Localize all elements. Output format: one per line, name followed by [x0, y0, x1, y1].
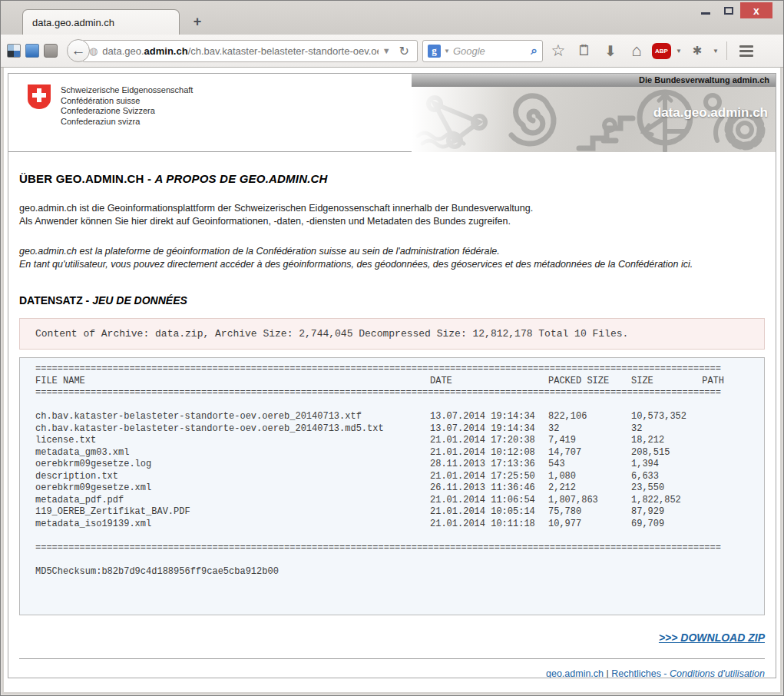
about-paragraph-de: geo.admin.ch ist die Geoinformationsplat… [19, 202, 765, 228]
bookmark-star-icon[interactable]: ☆ [547, 41, 569, 60]
footer-links: geo.admin.ch | Rechtliches - Conditions … [19, 668, 765, 678]
banner-fade [412, 87, 511, 152]
file-row: license.txt21.01.2014 17:20:387,41918,21… [35, 435, 724, 447]
file-row: metadata_gm03.xml21.01.2014 10:12:0814,7… [35, 447, 724, 459]
downloads-icon[interactable]: ⬇ [600, 42, 621, 60]
page-content: ÜBER GEO.ADMIN.CH - A PROPOS DE GEO.ADMI… [8, 172, 776, 678]
adblock-dropdown-icon[interactable]: ▼ [676, 48, 682, 55]
url-text[interactable]: data.geo.admin.ch/ch.bav.kataster-belast… [102, 45, 378, 57]
header-banner: Die Bundesverwaltung admin.ch [412, 74, 776, 152]
app-shortcut-icon-3[interactable] [44, 44, 58, 58]
extension-dropdown-icon[interactable]: ▼ [713, 48, 719, 55]
search-engine-dropdown-icon[interactable]: ▼ [444, 48, 450, 55]
bundesverwaltung-bar[interactable]: Die Bundesverwaltung admin.ch [412, 74, 776, 87]
download-zip-link[interactable]: >>> DOWNLOAD ZIP [659, 631, 765, 644]
file-rows: ch.bav.kataster-belasteter-standorte-oev… [35, 411, 749, 530]
rechtliches-link[interactable]: Rechtliches [611, 668, 661, 678]
toolbar-divider [726, 41, 727, 60]
reload-icon[interactable]: ↻ [395, 44, 414, 58]
app-shortcut-icon-2[interactable] [25, 44, 39, 58]
bookmarks-menu-icon[interactable]: 🗒 [574, 42, 595, 59]
menu-icon[interactable] [735, 45, 758, 57]
separator-line: ========================================… [35, 363, 726, 376]
banner-collage-image: data.geo.admin.ch [412, 87, 776, 152]
confederation-logo: Schweizerische Eidgenossenschaft Confédé… [27, 84, 193, 127]
bug-extension-icon[interactable]: ✱ [686, 44, 708, 58]
dataset-heading: DATENSATZ - JEU DE DONNÉES [19, 294, 765, 307]
file-row: 119_OEREB_Zertifikat_BAV.PDF21.01.2014 1… [35, 506, 724, 519]
titlebar: data.geo.admin.ch + x [1, 1, 783, 35]
banner-site-title: data.geo.admin.ch [653, 105, 768, 121]
about-heading: ÜBER GEO.ADMIN.CH - A PROPOS DE GEO.ADMI… [19, 172, 765, 185]
archive-summary-box: Content of Archive: data.zip, Archive Si… [19, 318, 765, 350]
navigation-toolbar: ← ◍ data.geo.admin.ch/ch.bav.kataster-be… [1, 35, 783, 68]
maximize-button[interactable] [717, 2, 740, 18]
file-row: ch.bav.kataster-belasteter-standorte-oev… [35, 423, 724, 436]
search-box[interactable]: g ▼ ⌕ [422, 40, 543, 62]
file-row: metadata_pdf.pdf21.01.2014 11:06:541,807… [35, 495, 724, 507]
separator-line: ========================================… [35, 542, 726, 555]
md5-checksum: MD5Checksum:b82b7d9c4d188956ff9cae5cba91… [35, 566, 726, 578]
site-header: Schweizerische Eidgenossenschaft Confédé… [8, 74, 776, 152]
separator-line: ========================================… [35, 387, 726, 399]
url-bar[interactable]: ◍ data.geo.admin.ch/ch.bav.kataster-bela… [82, 40, 418, 62]
search-engine-icon[interactable]: g [428, 45, 441, 58]
search-icon[interactable]: ⌕ [531, 44, 538, 58]
file-row: oerebkrm09gesetze.xml26.11.2013 11:36:46… [35, 482, 724, 495]
geoadmin-link[interactable]: geo.admin.ch [546, 668, 604, 678]
swiss-shield-icon [27, 84, 51, 110]
back-button[interactable]: ← [67, 39, 90, 62]
window-controls: x [694, 2, 772, 18]
footer-divider [19, 658, 765, 659]
minimize-button[interactable] [694, 2, 717, 18]
file-listing-box: ========================================… [19, 357, 765, 615]
home-icon[interactable]: ⌂ [626, 41, 647, 61]
conditions-link[interactable]: Conditions d'utilisation [670, 668, 765, 678]
about-paragraph-fr: geo.admin.ch est la plateforme de géoinf… [19, 245, 765, 271]
confederation-logo-text: Schweizerische Eidgenossenschaft Confédé… [61, 84, 193, 127]
table-header-row: FILE NAMEDATEPACKED SIZESIZEPATH [35, 376, 724, 388]
close-button[interactable]: x [740, 2, 772, 18]
new-tab-button[interactable]: + [187, 12, 207, 31]
back-arrow-icon: ← [71, 42, 86, 59]
file-row: metadata_iso19139.xml21.01.2014 10:11:18… [35, 519, 724, 531]
url-dropdown-icon[interactable]: ▼ [379, 46, 395, 55]
site-globe-icon: ◍ [89, 45, 98, 57]
search-input[interactable] [453, 45, 514, 57]
file-row: description.txt21.01.2014 17:25:501,0806… [35, 471, 724, 483]
download-row: >>> DOWNLOAD ZIP [19, 631, 765, 645]
file-row: oerebkrm09gesetze.log28.11.2013 17:13:36… [35, 459, 724, 471]
app-shortcut-icon-1[interactable] [7, 44, 21, 58]
browser-window: data.geo.admin.ch + x ← ◍ data.geo.admin… [0, 0, 784, 696]
tab-title: data.geo.admin.ch [32, 17, 114, 28]
site-container: Schweizerische Eidgenossenschaft Confédé… [8, 73, 776, 678]
page-viewport: Schweizerische Eidgenossenschaft Confédé… [4, 68, 780, 692]
file-row: ch.bav.kataster-belasteter-standorte-oev… [35, 411, 724, 423]
adblock-plus-icon[interactable]: ABP [652, 43, 671, 59]
browser-tab[interactable]: data.geo.admin.ch [22, 9, 180, 35]
